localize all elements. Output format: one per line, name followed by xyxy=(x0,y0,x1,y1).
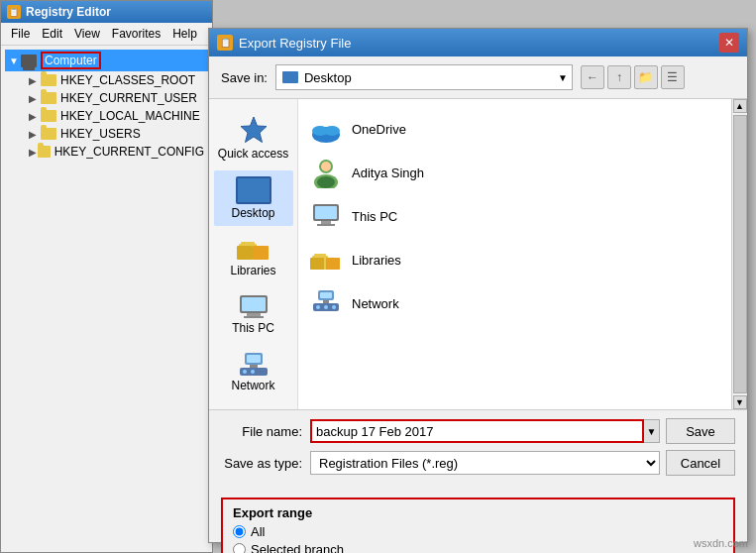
menu-favorites[interactable]: Favorites xyxy=(106,25,166,43)
savein-value: Desktop xyxy=(304,70,352,85)
scrollbar[interactable]: ▲ ▼ xyxy=(731,99,747,409)
saveastype-input-wrapper: Registration Files (*.reg) xyxy=(310,451,660,475)
scroll-thumb[interactable] xyxy=(733,115,747,393)
dropdown-arrow-icon: ▼ xyxy=(558,72,568,83)
arrow: ▶ xyxy=(29,129,41,140)
svg-point-35 xyxy=(324,305,328,309)
nav-item-network[interactable]: Network xyxy=(214,345,293,398)
file-item-libraries[interactable]: Libraries xyxy=(298,238,731,281)
dialog-titlebar: 📋 Export Registry File ✕ xyxy=(209,29,747,56)
nav-item-libraries[interactable]: Libraries xyxy=(214,230,293,283)
file-item-onedrive[interactable]: OneDrive xyxy=(298,107,731,151)
network-nav-label: Network xyxy=(231,379,274,392)
scroll-down-button[interactable]: ▼ xyxy=(733,395,747,409)
saveastype-select[interactable]: Registration Files (*.reg) xyxy=(310,451,660,475)
svg-rect-7 xyxy=(247,313,261,316)
export-range-section: Export range All Selected branch xyxy=(221,498,735,553)
file-item-network[interactable]: Network xyxy=(298,281,731,325)
dialog-icon: 📋 xyxy=(217,35,233,51)
cancel-button[interactable]: Cancel xyxy=(666,450,735,476)
libraries-nav-label: Libraries xyxy=(230,264,275,277)
radio-all-row: All xyxy=(233,524,723,539)
menu-edit[interactable]: Edit xyxy=(36,25,68,43)
svg-rect-10 xyxy=(247,355,261,363)
nav-item-this-pc[interactable]: This PC xyxy=(214,287,293,341)
registry-menubar: File Edit View Favorites Help xyxy=(1,23,212,46)
svg-rect-8 xyxy=(244,316,264,318)
svg-point-14 xyxy=(251,370,255,374)
arrow: ▶ xyxy=(29,111,41,122)
user-icon xyxy=(310,157,342,188)
close-button[interactable]: ✕ xyxy=(719,33,739,53)
svg-rect-28 xyxy=(314,254,326,258)
onedrive-icon xyxy=(310,113,342,145)
tree-item-local-machine[interactable]: ▶ HKEY_LOCAL_MACHINE xyxy=(25,107,208,125)
filename-input-wrapper: ▼ xyxy=(310,419,660,443)
scroll-up-button[interactable]: ▲ xyxy=(733,99,747,113)
registry-title-icon: 📋 xyxy=(7,5,21,19)
registry-tree: ▼ Computer ▶ HKEY_CLASSES_ROOT ▶ HKEY_CU… xyxy=(1,46,212,165)
saveastype-row: Save as type: Registration Files (*.reg)… xyxy=(221,450,735,476)
arrow: ▶ xyxy=(29,75,41,86)
filename-input[interactable] xyxy=(310,419,644,443)
thispc-nav-label: This PC xyxy=(232,321,274,335)
tree-item-computer[interactable]: ▼ Computer xyxy=(5,50,208,71)
svg-rect-32 xyxy=(323,300,329,303)
svg-rect-27 xyxy=(310,258,324,270)
arrow: ▶ xyxy=(29,147,38,158)
nav-up-button[interactable]: ↑ xyxy=(607,65,631,89)
nav-back-button[interactable]: ← xyxy=(581,65,604,89)
radio-branch-label: Selected branch xyxy=(251,542,344,553)
filename-label: File name: xyxy=(221,424,310,439)
filename-dropdown-arrow[interactable]: ▼ xyxy=(644,419,660,443)
tree-item-users[interactable]: ▶ HKEY_USERS xyxy=(25,125,208,143)
svg-point-13 xyxy=(243,370,247,374)
new-folder-button[interactable]: 📁 xyxy=(634,65,658,89)
registry-titlebar: 📋 Registry Editor xyxy=(1,1,212,23)
tree-item-classes-root[interactable]: ▶ HKEY_CLASSES_ROOT xyxy=(25,71,208,89)
tree-item-current-config[interactable]: ▶ HKEY_CURRENT_CONFIG xyxy=(25,143,208,161)
desktop-icon-small xyxy=(282,71,298,83)
tree-item-current-user[interactable]: ▶ HKEY_CURRENT_USER xyxy=(25,89,208,107)
svg-rect-2 xyxy=(237,246,253,260)
folder-icon xyxy=(41,128,56,140)
menu-view[interactable]: View xyxy=(68,25,106,43)
nav-panel: Quick access Desktop Libraries xyxy=(209,99,298,409)
folder-icon xyxy=(41,74,56,86)
menu-help[interactable]: Help xyxy=(166,25,203,43)
dialog-title-left: 📋 Export Registry File xyxy=(217,35,351,51)
dialog-form: File name: ▼ Save Save as type: Registra… xyxy=(209,410,747,490)
file-item-user[interactable]: Aditya Singh xyxy=(298,151,731,194)
libraries-icon xyxy=(310,244,342,276)
svg-rect-25 xyxy=(317,224,335,226)
network-icon xyxy=(310,287,342,319)
file-item-user-name: Aditya Singh xyxy=(352,166,424,180)
arrow: ▶ xyxy=(29,93,41,104)
svg-rect-24 xyxy=(321,221,331,224)
radio-branch-row: Selected branch xyxy=(233,542,723,553)
dialog-title: Export Registry File xyxy=(239,36,351,51)
nav-item-quick-access[interactable]: Quick access xyxy=(214,107,293,166)
watermark: wsxdn.com xyxy=(694,537,748,549)
svg-marker-0 xyxy=(241,117,267,143)
savein-bar: Save in: Desktop ▼ ← ↑ 📁 ☰ xyxy=(209,56,747,98)
folder-icon xyxy=(41,110,56,122)
registry-title: Registry Editor xyxy=(26,5,111,19)
file-item-onedrive-name: OneDrive xyxy=(352,122,406,137)
savein-dropdown[interactable]: Desktop ▼ xyxy=(275,64,573,90)
save-button[interactable]: Save xyxy=(666,418,735,444)
nav-item-desktop[interactable]: Desktop xyxy=(214,170,293,226)
svg-point-36 xyxy=(332,305,336,309)
view-button[interactable]: ☰ xyxy=(661,65,685,89)
network-nav-icon xyxy=(237,351,270,379)
saveastype-label: Save as type: xyxy=(221,456,310,471)
radio-all[interactable] xyxy=(233,525,246,538)
radio-all-label: All xyxy=(251,524,265,539)
menu-file[interactable]: File xyxy=(5,25,36,43)
file-item-thispc[interactable]: This PC xyxy=(298,194,731,238)
export-dialog: 📋 Export Registry File ✕ Save in: Deskto… xyxy=(208,28,748,543)
dialog-content: Quick access Desktop Libraries xyxy=(209,98,747,410)
registry-editor-window: 📋 Registry Editor File Edit View Favorit… xyxy=(0,0,213,553)
computer-label: Computer xyxy=(41,52,101,69)
radio-selected-branch[interactable] xyxy=(233,543,246,553)
